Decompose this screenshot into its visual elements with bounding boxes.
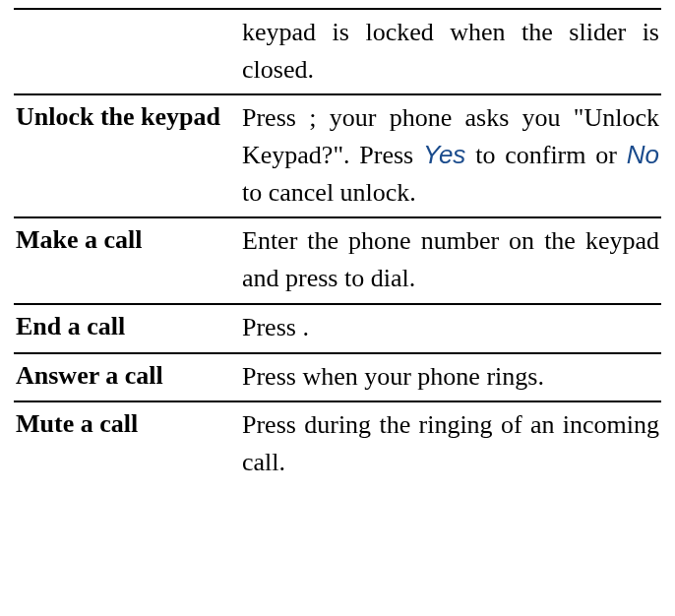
table-row: Mute a call Press during the ringing of …: [14, 401, 661, 486]
row-desc: Press .: [240, 304, 661, 353]
desc-text: to cancel unlock.: [242, 178, 416, 207]
table-row: End a call Press .: [14, 304, 661, 353]
row-label: Unlock the keypad: [14, 94, 240, 217]
row-desc: Press when your phone rings.: [240, 353, 661, 402]
yes-text: Yes: [423, 140, 465, 169]
row-label: Mute a call: [14, 401, 240, 486]
table-row: Make a call Enter the phone number on th…: [14, 217, 661, 303]
row-desc: Press ; your phone asks you "Unlock Keyp…: [240, 94, 661, 217]
row-label: [14, 9, 240, 94]
table-row: Answer a call Press when your phone ring…: [14, 353, 661, 402]
row-desc: Enter the phone number on the keypad and…: [240, 217, 661, 303]
row-label: End a call: [14, 304, 240, 353]
no-text: No: [627, 140, 659, 169]
table-row: Unlock the keypad Press ; your phone ask…: [14, 94, 661, 217]
row-desc: Press during the ringing of an incoming …: [240, 401, 661, 486]
row-label: Answer a call: [14, 353, 240, 402]
instructions-table: keypad is locked when the slider is clos…: [14, 8, 661, 487]
row-desc: keypad is locked when the slider is clos…: [240, 9, 661, 94]
manual-excerpt: keypad is locked when the slider is clos…: [0, 0, 675, 616]
desc-text: to confirm or: [465, 141, 626, 169]
table-row: keypad is locked when the slider is clos…: [14, 9, 661, 94]
row-label: Make a call: [14, 217, 240, 303]
